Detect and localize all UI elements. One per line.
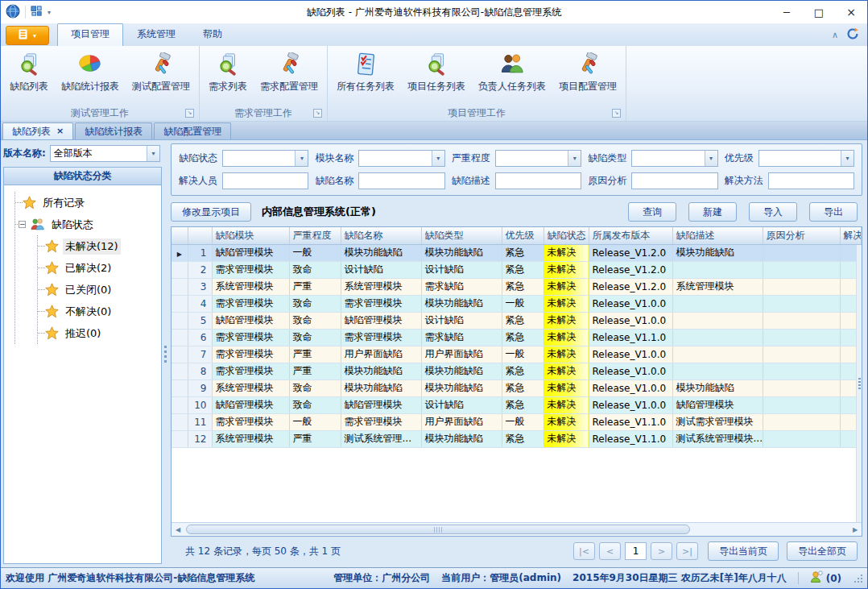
vertical-scrollbar[interactable] — [856, 245, 862, 522]
ribbon-button-1-1[interactable]: 需求配置管理 — [254, 48, 324, 95]
online-users-indicator[interactable]: (0) — [810, 570, 841, 586]
column-header-8[interactable]: 原因分析 — [763, 227, 840, 244]
table-row-11[interactable]: 11需求管理模块一般需求管理模块用户界面缺陷一般未解决Release_V1.1.… — [172, 413, 862, 430]
page-number-input[interactable]: 1 — [625, 542, 647, 560]
cell: 紧急 — [502, 312, 544, 329]
ribbon-button-0-0[interactable]: 缺陷列表 — [3, 48, 55, 95]
resize-grip[interactable] — [854, 574, 862, 583]
cell — [763, 295, 840, 312]
table-row-3[interactable]: 3系统管理模块严重系统管理模块需求缺陷紧急未解决Release_V1.2.0系统… — [172, 278, 862, 295]
tree-node[interactable]: 已关闭(0) — [38, 279, 159, 301]
table-row-4[interactable]: 4需求管理模块致命需求管理模块模块功能缺陷一般未解决Release_V1.0.0 — [172, 295, 862, 312]
minimize-button[interactable]: ─ — [771, 2, 803, 23]
ribbon-tab-0[interactable]: 项目管理 — [57, 23, 123, 46]
action-button-1[interactable]: 新建 — [688, 202, 737, 222]
filter-select-3[interactable]: ▾ — [631, 150, 717, 167]
filter-input-2[interactable] — [495, 172, 581, 189]
panel-splitter[interactable] — [162, 140, 169, 567]
filter-input-3[interactable] — [631, 172, 717, 189]
table-row-7[interactable]: 7需求管理模块严重用户界面缺陷用户界面缺陷一般未解决Release_V1.0.0 — [172, 346, 862, 363]
cell: 设计缺陷 — [421, 396, 502, 413]
action-button-3[interactable]: 导出 — [809, 202, 858, 222]
document-tab-2[interactable]: 缺陷配置管理 — [154, 122, 231, 139]
ribbon-button-0-1[interactable]: 缺陷统计报表 — [55, 48, 126, 95]
table-row-1[interactable]: ▶1缺陷管理模块一般模块功能缺陷模块功能缺陷紧急未解决Release_V1.2.… — [172, 244, 862, 261]
horizontal-scrollbar[interactable]: ◀ ▶ — [172, 522, 862, 536]
column-header-3[interactable]: 缺陷类型 — [421, 227, 502, 244]
dropdown-icon[interactable]: ▾ — [295, 151, 308, 166]
tree-node[interactable]: 未解决(12) — [38, 235, 159, 257]
scroll-right-icon[interactable]: ▶ — [849, 523, 862, 537]
scrollbar-thumb[interactable] — [186, 525, 690, 534]
modify-columns-button[interactable]: 修改显示项目 — [171, 202, 251, 222]
tree-node[interactable]: −缺陷状态 — [15, 214, 159, 235]
scroll-left-icon[interactable]: ◀ — [172, 523, 184, 537]
ribbon-tab-1[interactable]: 系统管理 — [123, 23, 189, 46]
last-page-button[interactable]: >| — [676, 542, 698, 560]
column-header-9[interactable]: 解决方法 — [840, 227, 862, 244]
filter-select-2[interactable]: ▾ — [495, 150, 581, 167]
document-tab-0[interactable]: 缺陷列表× — [2, 122, 73, 139]
quick-access-icon[interactable] — [31, 5, 43, 19]
close-button[interactable]: × — [835, 2, 867, 23]
table-row-10[interactable]: 10缺陷管理模块致命缺陷管理模块设计缺陷紧急未解决Release_V1.0.0缺… — [172, 396, 862, 413]
version-select[interactable]: 全部版本 ▾ — [50, 145, 160, 162]
ribbon-button-2-1[interactable]: 项目任务列表 — [401, 48, 472, 95]
tree-node[interactable]: 所有记录 — [15, 192, 159, 214]
collapse-ribbon-icon[interactable]: ∧ — [832, 31, 838, 39]
dropdown-icon[interactable]: ▾ — [147, 146, 159, 161]
cell: 缺陷管理模块 — [341, 312, 421, 329]
dropdown-icon[interactable]: ▾ — [841, 151, 854, 166]
first-page-button[interactable]: |< — [573, 542, 595, 560]
filter-input-4[interactable] — [768, 172, 854, 189]
column-header-6[interactable]: 所属发布版本 — [589, 227, 672, 244]
tree-node[interactable]: 不解决(0) — [38, 301, 159, 322]
previous-page-button[interactable]: < — [599, 542, 621, 560]
action-button-2[interactable]: 导入 — [749, 202, 797, 222]
table-row-5[interactable]: 5缺陷管理模块致命缺陷管理模块设计缺陷紧急未解决Release_V1.0.0 — [172, 312, 862, 329]
tree-node[interactable]: 推迟(0) — [38, 322, 159, 344]
filter-select-4[interactable]: ▾ — [758, 150, 854, 167]
column-header-7[interactable]: 缺陷描述 — [672, 227, 763, 244]
column-header-0[interactable]: 缺陷模块 — [212, 227, 289, 244]
dropdown-icon[interactable]: ▾ — [568, 151, 581, 166]
ribbon-button-2-2[interactable]: 负责人任务列表 — [472, 48, 552, 95]
maximize-button[interactable]: □ — [803, 2, 835, 23]
defect-grid: 缺陷模块严重程度缺陷名称缺陷类型优先级缺陷状态所属发布版本缺陷描述原因分析解决方… — [171, 226, 862, 537]
filter-input-1[interactable] — [358, 172, 444, 189]
export-current-page-button[interactable]: 导出当前页 — [708, 541, 779, 561]
column-header-1[interactable]: 严重程度 — [289, 227, 341, 244]
collapse-icon[interactable]: − — [19, 221, 26, 228]
dialog-launcher-icon[interactable]: ↘ — [313, 109, 322, 118]
column-header-2[interactable]: 缺陷名称 — [341, 227, 421, 244]
table-row-2[interactable]: 2需求管理模块致命设计缺陷设计缺陷紧急未解决Release_V1.2.0 — [172, 261, 862, 278]
ribbon-button-0-2[interactable]: 测试配置管理 — [126, 48, 196, 95]
dialog-launcher-icon[interactable]: ↘ — [185, 109, 194, 118]
document-tab-1[interactable]: 缺陷统计报表 — [75, 122, 152, 139]
export-all-pages-button[interactable]: 导出全部页 — [787, 541, 858, 561]
table-row-6[interactable]: 6需求管理模块致命需求管理模块需求缺陷紧急未解决Release_V1.1.0 — [172, 329, 862, 346]
tree-node[interactable]: 已解决(2) — [38, 257, 159, 279]
column-header-4[interactable]: 优先级 — [502, 227, 544, 244]
column-header-5[interactable]: 缺陷状态 — [544, 227, 589, 244]
ribbon-tab-2[interactable]: 帮助 — [189, 23, 236, 46]
ribbon-button-1-0[interactable]: 需求列表 — [202, 48, 254, 95]
quick-access-dropdown-icon[interactable]: ▾ — [48, 9, 51, 16]
filter-select-0[interactable]: ▾ — [222, 150, 308, 167]
help-icon[interactable] — [846, 27, 859, 43]
filter-select-1[interactable]: ▾ — [358, 150, 444, 167]
filter-input-0[interactable] — [222, 172, 308, 189]
grid-empty-area — [172, 448, 862, 523]
dropdown-icon[interactable]: ▾ — [432, 151, 444, 166]
application-menu-button[interactable]: ▾ — [6, 26, 49, 45]
next-page-button[interactable]: > — [651, 542, 672, 560]
close-tab-icon[interactable]: × — [56, 127, 64, 135]
ribbon-button-2-0[interactable]: 所有任务列表 — [330, 48, 401, 95]
dialog-launcher-icon[interactable]: ↘ — [612, 109, 621, 118]
ribbon-button-2-3[interactable]: 项目配置管理 — [552, 48, 623, 95]
action-button-0[interactable]: 查询 — [628, 202, 676, 222]
table-row-8[interactable]: 8需求管理模块严重模块功能缺陷模块功能缺陷紧急未解决Release_V1.0.0 — [172, 363, 862, 380]
dropdown-icon[interactable]: ▾ — [705, 151, 717, 166]
table-row-9[interactable]: 9系统管理模块致命模块功能缺陷模块功能缺陷紧急未解决Release_V1.0.0… — [172, 380, 862, 396]
table-row-12[interactable]: 12系统管理模块严重测试系统管理...模块功能缺陷紧急未解决Release_V1… — [172, 430, 862, 447]
